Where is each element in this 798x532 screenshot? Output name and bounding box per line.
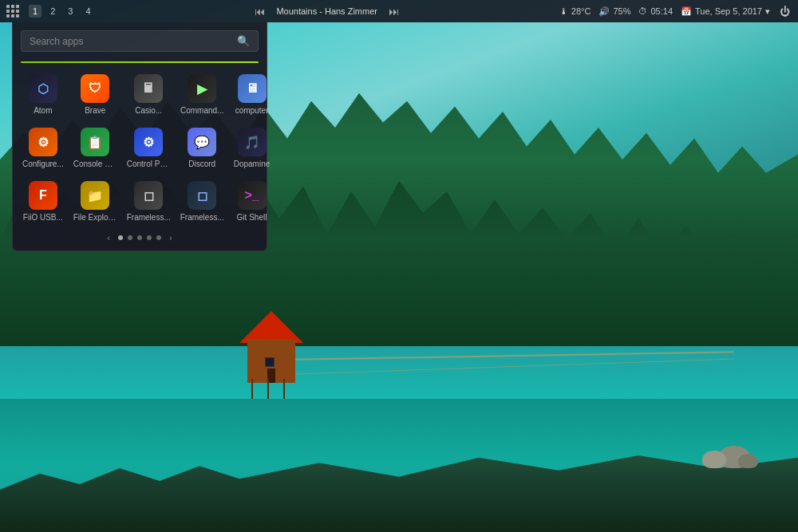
pagination-prev[interactable]: ‹ [104,233,113,242]
workspace-4-button[interactable]: 4 [81,5,94,18]
media-title: Mountains - Hans Zimmer [276,6,377,16]
app-icon-gitshell: >_ [238,181,267,210]
apps-grid: ⬡Atom🛡Brave🖩Casio...▶Command...🖥computer… [21,71,259,225]
media-next-button[interactable]: ⏭ [387,6,401,18]
app-item-control[interactable]: ⚙Control Pa... [125,124,172,171]
app-icon-configure: ⚙ [29,128,57,156]
app-label-dopamine: Dopamine [234,160,271,168]
media-prev-button[interactable]: ⏮ [253,6,267,18]
app-item-gitshell[interactable]: >_Git Shell [232,178,272,225]
temperature-text: 28°C [571,6,591,16]
app-item-casio[interactable]: 🖩Casio... [125,71,172,118]
page-dot-3[interactable] [147,235,152,240]
workspace-3-button[interactable]: 3 [64,5,77,18]
topbar-right: 🌡 28°C 🔊 75% ⏱ 05:14 📅 Tue, Sep 5, 2017 … [559,6,792,18]
desktop: 1 2 3 4 ⏮ Mountains - Hans Zimmer ⏭ 🌡 28… [0,0,798,532]
accent-line [21,61,259,63]
date-text: Tue, Sep 5, 2017 [695,6,762,16]
page-dot-2[interactable] [137,235,142,240]
workspace-2-button[interactable]: 2 [46,5,59,18]
app-label-gitshell: Git Shell [237,213,267,222]
app-label-fileexp: File Explorer [73,213,117,222]
app-icon-computer: 🖥 [238,74,267,103]
app-label-frameless1: Frameless... [127,213,171,222]
app-item-frameless2[interactable]: ◻Frameless... [179,178,226,225]
app-item-fiio[interactable]: FFiiO USB... [21,178,65,225]
page-dot-1[interactable] [128,235,132,240]
app-label-casio: Casio... [135,106,162,115]
app-label-configure: Configure... [22,160,64,168]
app-icon-control: ⚙ [134,128,163,156]
app-icon-brave: 🛡 [81,74,109,103]
app-icon-frameless1: ◻ [134,181,163,210]
app-icon-casio: 🖩 [134,74,163,103]
app-item-console[interactable]: 📋Console R... [72,124,119,171]
volume-group[interactable]: 🔊 75% [598,6,630,17]
app-item-atom[interactable]: ⬡Atom [21,71,65,118]
app-icon-discord: 💬 [188,128,216,156]
app-label-console: Console R... [73,160,117,168]
app-label-control: Control Pa... [127,160,171,168]
app-launcher: 🔍 ⬡Atom🛡Brave🖩Casio...▶Command...🖥comput… [12,22,267,251]
power-button[interactable]: ⏻ [778,6,792,18]
app-label-discord: Discord [188,160,215,168]
app-label-atom: Atom [34,106,52,115]
page-dot-4[interactable] [156,235,161,240]
app-icon-fiio: F [29,181,57,210]
clock-icon: ⏱ [638,6,647,16]
app-icon-atom: ⬡ [29,74,57,103]
apps-grid-icon[interactable] [6,5,19,18]
workspace-1-button[interactable]: 1 [29,5,41,18]
app-item-fileexp[interactable]: 📁File Explorer [72,178,119,225]
app-icon-fileexp: 📁 [81,181,109,210]
app-label-command: Command... [180,106,223,115]
calendar-icon: 📅 [681,6,692,17]
weather-icon: 🌡 [559,6,568,16]
volume-icon: 🔊 [598,6,610,17]
app-label-fiio: FiiO USB... [23,213,63,222]
datetime-button[interactable]: 📅 Tue, Sep 5, 2017 ▾ [681,6,770,17]
app-item-dopamine[interactable]: 🎵Dopamine [232,124,272,171]
app-item-brave[interactable]: 🛡Brave [72,71,119,118]
app-label-brave: Brave [85,106,105,115]
search-bar: 🔍 [21,30,259,52]
app-item-frameless1[interactable]: ◻Frameless... [125,178,172,225]
app-label-computer: computer [235,106,269,115]
app-icon-command: ▶ [188,74,216,103]
app-item-discord[interactable]: 💬Discord [179,124,226,171]
page-dot-0[interactable] [118,235,123,240]
app-item-computer[interactable]: 🖥computer [232,71,272,118]
app-item-configure[interactable]: ⚙Configure... [21,124,65,171]
time-group: ⏱ 05:14 [638,6,673,16]
topbar: 1 2 3 4 ⏮ Mountains - Hans Zimmer ⏭ 🌡 28… [0,0,798,22]
app-item-command[interactable]: ▶Command... [179,71,226,118]
pagination-next[interactable]: › [166,233,176,242]
time-text: 05:14 [650,6,673,16]
rocks-illustration [662,420,758,468]
app-icon-console: 📋 [81,128,109,156]
volume-text: 75% [613,6,630,16]
search-icon: 🔍 [237,35,250,47]
house-illustration [239,311,303,383]
dropdown-icon: ▾ [765,6,770,17]
app-label-frameless2: Frameless... [180,213,224,222]
search-input[interactable] [30,36,237,47]
weather-group: 🌡 28°C [559,6,591,16]
topbar-center: ⏮ Mountains - Hans Zimmer ⏭ [95,6,559,18]
topbar-left: 1 2 3 4 [6,5,95,18]
app-icon-dopamine: 🎵 [238,128,267,156]
pagination: ‹ › [21,233,259,242]
app-icon-frameless2: ◻ [188,181,216,210]
